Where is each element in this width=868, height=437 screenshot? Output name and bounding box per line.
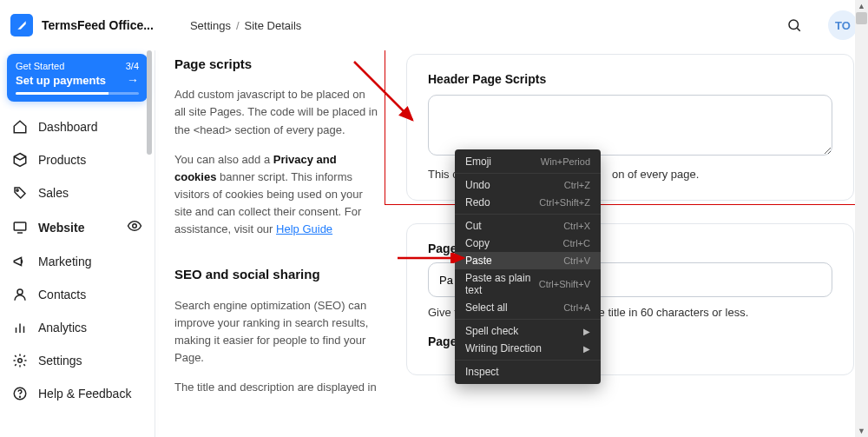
app-logo[interactable] xyxy=(10,14,33,36)
svg-point-0 xyxy=(789,20,799,30)
context-menu-separator xyxy=(455,360,601,361)
sidebar-item-analytics[interactable]: Analytics xyxy=(7,311,148,344)
help-icon xyxy=(12,386,28,401)
sidebar-item-settings[interactable]: Settings xyxy=(7,344,148,377)
page-scripts-desc1: Add custom javascript to be placed on al… xyxy=(174,86,378,138)
sidebar-item-website[interactable]: Website xyxy=(7,209,148,245)
panel-scroll-thumb[interactable] xyxy=(147,50,152,155)
scroll-up-icon[interactable]: ▲ xyxy=(855,0,868,12)
context-menu-item-redo[interactable]: RedoCtrl+Shift+Z xyxy=(455,194,601,211)
context-menu-shortcut: Ctrl+X xyxy=(563,221,590,231)
context-menu-label: Spell check xyxy=(465,325,518,337)
sidebar-item-label: Settings xyxy=(38,354,82,367)
crumb-settings[interactable]: Settings xyxy=(190,19,231,32)
sidebar-item-marketing[interactable]: Marketing xyxy=(7,245,148,278)
search-button[interactable] xyxy=(779,10,809,40)
context-menu-item-writing-direction[interactable]: Writing Direction▶ xyxy=(455,340,601,357)
context-menu-label: Redo xyxy=(465,196,490,209)
context-menu-label: Inspect xyxy=(465,366,499,378)
header-scripts-title: Header Page Scripts xyxy=(428,72,832,86)
get-started-card[interactable]: Get Started 3/4 Set up payments → xyxy=(7,54,148,102)
context-menu-item-cut[interactable]: CutCtrl+X xyxy=(455,217,601,235)
get-started-cta: Set up payments xyxy=(16,74,106,87)
context-menu-label: Cut xyxy=(465,220,482,232)
context-menu-separator xyxy=(455,214,601,215)
context-menu-shortcut: Ctrl+Shift+Z xyxy=(539,197,590,208)
bar-chart-icon xyxy=(12,320,28,335)
context-menu-item-paste-as-plain-text[interactable]: Paste as plain textCtrl+Shift+V xyxy=(455,269,601,299)
gear-icon xyxy=(12,353,28,368)
scroll-down-icon[interactable]: ▼ xyxy=(855,425,868,437)
chevron-right-icon: ▶ xyxy=(583,344,590,354)
svg-rect-3 xyxy=(14,222,26,230)
sidebar-item-label: Contacts xyxy=(38,288,86,301)
sidebar-item-label: Products xyxy=(38,153,86,167)
home-icon xyxy=(12,119,28,135)
context-menu-item-paste[interactable]: PasteCtrl+V xyxy=(455,252,601,269)
seo-desc1: Search engine optimization (SEO) can imp… xyxy=(174,297,378,367)
svg-point-5 xyxy=(133,224,137,228)
panel-scrollbar[interactable] xyxy=(147,50,152,433)
sidebar-item-dashboard[interactable]: Dashboard xyxy=(7,110,148,143)
svg-point-10 xyxy=(18,359,23,363)
context-menu-label: Emoji xyxy=(465,156,491,168)
get-started-title: Get Started xyxy=(16,61,64,71)
context-menu-separator xyxy=(455,173,601,174)
sidebar-item-label: Marketing xyxy=(38,255,91,268)
arrow-right-icon: → xyxy=(127,73,139,87)
context-menu-label: Paste xyxy=(465,255,492,267)
preview-eye-icon[interactable] xyxy=(127,218,142,236)
megaphone-icon xyxy=(12,254,28,269)
crumb-sep: / xyxy=(236,19,240,32)
svg-point-2 xyxy=(16,189,18,191)
context-menu-item-select-all[interactable]: Select allCtrl+A xyxy=(455,299,601,316)
context-menu-label: Writing Direction xyxy=(465,342,542,354)
scroll-thumb[interactable] xyxy=(856,12,867,24)
sidebar-item-label: Analytics xyxy=(38,321,87,334)
context-menu-item-spell-check[interactable]: Spell check▶ xyxy=(455,322,601,340)
sidebar-item-contacts[interactable]: Contacts xyxy=(7,278,148,311)
context-menu-label: Undo xyxy=(465,179,490,191)
sidebar-item-label: Website xyxy=(38,221,84,235)
avatar[interactable]: TO xyxy=(828,10,858,40)
context-menu-shortcut: Ctrl+C xyxy=(563,238,590,248)
context-menu-item-emoji[interactable]: EmojiWin+Period xyxy=(455,153,601,170)
breadcrumb: Settings / Site Details xyxy=(190,19,301,32)
context-menu-shortcut: Win+Period xyxy=(541,156,590,167)
browser-scrollbar[interactable]: ▲ ▼ xyxy=(855,0,868,437)
sidebar-item-sales[interactable]: Sales xyxy=(7,176,148,209)
search-icon xyxy=(786,17,802,33)
svg-point-12 xyxy=(20,396,21,397)
context-menu-shortcut: Ctrl+Shift+V xyxy=(539,279,590,289)
sidebar-item-products[interactable]: Products xyxy=(7,143,148,176)
header-scripts-textarea[interactable] xyxy=(428,95,832,156)
svg-point-6 xyxy=(17,289,23,295)
context-menu-separator xyxy=(455,319,601,320)
package-icon xyxy=(12,152,28,168)
seo-desc2: The title and description are displayed … xyxy=(174,379,378,396)
sidebar-item-label: Sales xyxy=(38,186,69,200)
context-menu-item-copy[interactable]: CopyCtrl+C xyxy=(455,235,601,252)
chevron-right-icon: ▶ xyxy=(583,327,590,336)
sidebar-nav: Dashboard Products Sales Website Marketi… xyxy=(7,110,148,410)
user-icon xyxy=(12,287,28,302)
page-scripts-desc2: You can also add a Privacy and cookies b… xyxy=(174,151,378,239)
page-scripts-heading: Page scripts xyxy=(174,54,378,74)
tag-icon xyxy=(12,185,28,201)
help-guide-link[interactable]: Help Guide xyxy=(276,222,332,235)
sidebar-item-label: Dashboard xyxy=(38,120,98,134)
sidebar-item-label: Help & Feedback xyxy=(38,387,131,401)
context-menu-item-undo[interactable]: UndoCtrl+Z xyxy=(455,176,601,194)
crumb-site-details[interactable]: Site Details xyxy=(245,19,302,32)
site-name[interactable]: TermsFeed Office... xyxy=(42,18,154,32)
context-menu-label: Select all xyxy=(465,301,508,314)
context-menu-label: Paste as plain text xyxy=(465,272,539,296)
context-menu-shortcut: Ctrl+A xyxy=(563,302,590,313)
monitor-icon xyxy=(12,220,28,235)
svg-line-1 xyxy=(797,28,799,30)
context-menu[interactable]: EmojiWin+PeriodUndoCtrl+ZRedoCtrl+Shift+… xyxy=(455,149,601,384)
context-menu-item-inspect[interactable]: Inspect xyxy=(455,363,601,381)
context-menu-shortcut: Ctrl+Z xyxy=(564,180,590,190)
get-started-bar xyxy=(16,92,139,95)
sidebar-item-help[interactable]: Help & Feedback xyxy=(7,377,148,410)
